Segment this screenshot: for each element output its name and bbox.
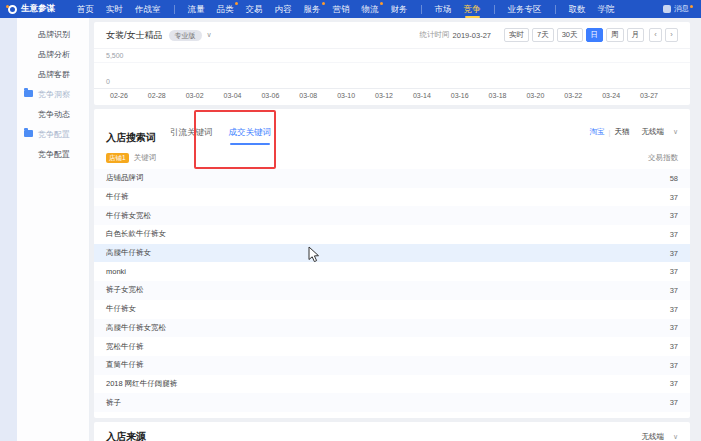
notification-dot (322, 2, 325, 5)
range-button-month[interactable]: 月 (627, 28, 645, 42)
table-row[interactable]: 裤子女宽松37 (94, 281, 690, 300)
sidebar-item-competition-config[interactable]: 竞争配置 (0, 144, 89, 164)
range-button-week[interactable]: 周 (606, 28, 624, 42)
nav-item-marketing[interactable]: 营销 (333, 0, 350, 18)
table-row[interactable]: 牛仔裤女宽松37 (94, 206, 690, 225)
nav-item-trade[interactable]: 交易 (246, 0, 263, 18)
sidebar-group-competition-insight[interactable]: 竞争洞察 (0, 84, 89, 104)
nav-item-business-zone[interactable]: 业务专区 (508, 0, 542, 18)
category-title: 女装/女士精品 (106, 29, 163, 42)
table-row[interactable]: 高腰牛仔裤女宽松37 (94, 319, 690, 338)
y-axis-max: 5,500 (106, 52, 124, 59)
nav-item-market[interactable]: 市场 (435, 0, 452, 18)
app-logo-icon (8, 5, 17, 14)
device-filter[interactable]: 无线端 (641, 432, 664, 441)
nav-label: 竞争 (464, 4, 481, 14)
x-tick: 03-12 (375, 92, 393, 99)
tab-transaction-keywords[interactable]: 成交关键词 (229, 127, 272, 145)
nav-item-finance[interactable]: 财务 (391, 0, 408, 18)
sidebar-group-competition-config[interactable]: 竞争配置 (0, 124, 89, 144)
nav-item-service[interactable]: 服务 (304, 0, 321, 18)
notification-dot (380, 2, 383, 5)
table-row[interactable]: 店铺品牌词58 (94, 169, 690, 188)
chevron-down-icon[interactable]: ∨ (207, 31, 212, 39)
x-tick: 03-10 (337, 92, 355, 99)
platform-taobao[interactable]: 淘宝 (589, 127, 604, 137)
value-cell: 37 (670, 230, 678, 239)
value-cell: 37 (670, 361, 678, 370)
table-row[interactable]: 宽松牛仔裤37 (94, 337, 690, 356)
sidebar-item-competition-trends[interactable]: 竞争动态 (0, 104, 89, 124)
main-content: 女装/女士精品 专业版 ∨ 统计时间 2019-03-27 实时 7天 30天 … (90, 18, 701, 441)
nav-item-content[interactable]: 内容 (275, 0, 292, 18)
x-tick: 03-18 (489, 92, 507, 99)
keyword-cell[interactable]: 裤子女宽松 (106, 285, 144, 295)
nav-label: 内容 (275, 4, 292, 14)
sidebar-item-brand-recognition[interactable]: 品牌识别 (0, 24, 89, 44)
table-row[interactable]: 牛仔裤37 (94, 188, 690, 207)
nav-divider (494, 5, 495, 14)
nav-divider (421, 5, 422, 14)
table-row[interactable]: 2018 网红牛仔阔腿裤37 (94, 375, 690, 394)
keyword-cell[interactable]: 牛仔裤 (106, 192, 129, 202)
nav-item-competition[interactable]: 竞争 (464, 0, 481, 18)
prev-date-button[interactable]: ‹ (649, 28, 662, 42)
nav-label: 学院 (598, 4, 615, 14)
keyword-cell[interactable]: 店铺品牌词 (106, 173, 144, 183)
sidebar-item-brand-customers[interactable]: 品牌客群 (0, 64, 89, 84)
table-row[interactable]: 白色长款牛仔裤女37 (94, 225, 690, 244)
stat-date: 2019-03-27 (453, 31, 491, 40)
keyword-cell[interactable]: 牛仔裤女宽松 (106, 211, 151, 221)
tab-traffic-keywords[interactable]: 引流关键词 (170, 127, 213, 145)
chevron-down-icon[interactable]: ∨ (673, 128, 678, 136)
platform-tmall[interactable]: 天猫 (614, 127, 629, 137)
keyword-cell[interactable]: 高腰牛仔裤女 (106, 248, 151, 258)
x-tick: 03-08 (299, 92, 317, 99)
table-header: 店铺1 关键词 交易指数 (94, 147, 690, 169)
range-button-realtime[interactable]: 实时 (504, 28, 529, 42)
keyword-cell[interactable]: 裤子 (106, 398, 121, 408)
column-transaction-index[interactable]: 交易指数 (648, 153, 678, 163)
folder-icon (24, 90, 33, 97)
nav-item-category[interactable]: 品类 (217, 0, 234, 18)
keyword-cell[interactable]: 宽松牛仔裤 (106, 342, 144, 352)
range-button-30d[interactable]: 30天 (557, 28, 583, 42)
value-cell: 37 (670, 193, 678, 202)
table-row[interactable]: 裤子37 (94, 393, 690, 412)
brand[interactable]: 生意参谋 (8, 3, 55, 15)
nav-item-data-extract[interactable]: 取数 (569, 0, 586, 18)
device-filter[interactable]: 无线端 (641, 127, 664, 137)
nav-item-home[interactable]: 首页 (77, 0, 94, 18)
keyword-cell[interactable]: 牛仔裤女 (106, 304, 136, 314)
nav-item-academy[interactable]: 学院 (598, 0, 615, 18)
value-cell: 37 (670, 305, 678, 314)
x-tick: 03-20 (526, 92, 544, 99)
nav-label: 服务 (304, 4, 321, 14)
nav-divider (555, 5, 556, 14)
nav-item-traffic[interactable]: 流量 (188, 0, 205, 18)
chevron-down-icon[interactable]: ∨ (673, 433, 678, 441)
top-nav: 生意参谋 首页 实时 作战室 流量 品类 交易 内容 服务 营销 物流 财务 市… (0, 0, 701, 18)
nav-item-logistics[interactable]: 物流 (362, 0, 379, 18)
sidebar-item-brand-analysis[interactable]: 品牌分析 (0, 44, 89, 64)
nav-item-realtime[interactable]: 实时 (106, 0, 123, 18)
table-row[interactable]: monki37 (94, 262, 690, 281)
table-row-hovered[interactable]: 高腰牛仔裤女37 (94, 244, 690, 263)
store-source-card: 入店来源 无线端 ∨ (94, 422, 690, 441)
keyword-cell[interactable]: 直筒牛仔裤 (106, 360, 144, 370)
keyword-cell[interactable]: 2018 网红牛仔阔腿裤 (106, 379, 177, 389)
brand-name: 生意参谋 (21, 3, 55, 15)
next-date-button[interactable]: › (665, 28, 678, 42)
table-row[interactable]: 直筒牛仔裤37 (94, 356, 690, 375)
range-button-7d[interactable]: 7天 (532, 28, 554, 42)
keyword-table: 店铺品牌词58 牛仔裤37 牛仔裤女宽松37 白色长款牛仔裤女37 高腰牛仔裤女… (94, 169, 690, 418)
keyword-cell[interactable]: 白色长款牛仔裤女 (106, 229, 166, 239)
user-menu[interactable]: 消息 (663, 4, 689, 14)
column-keyword[interactable]: 关键词 (134, 153, 157, 163)
keyword-cell[interactable]: monki (106, 267, 126, 276)
table-row[interactable]: 牛仔裤女37 (94, 300, 690, 319)
nav-item-warroom[interactable]: 作战室 (135, 0, 161, 18)
keyword-cell[interactable]: 高腰牛仔裤女宽松 (106, 323, 166, 333)
nav-label: 实时 (106, 4, 123, 14)
range-button-day[interactable]: 日 (586, 28, 604, 42)
